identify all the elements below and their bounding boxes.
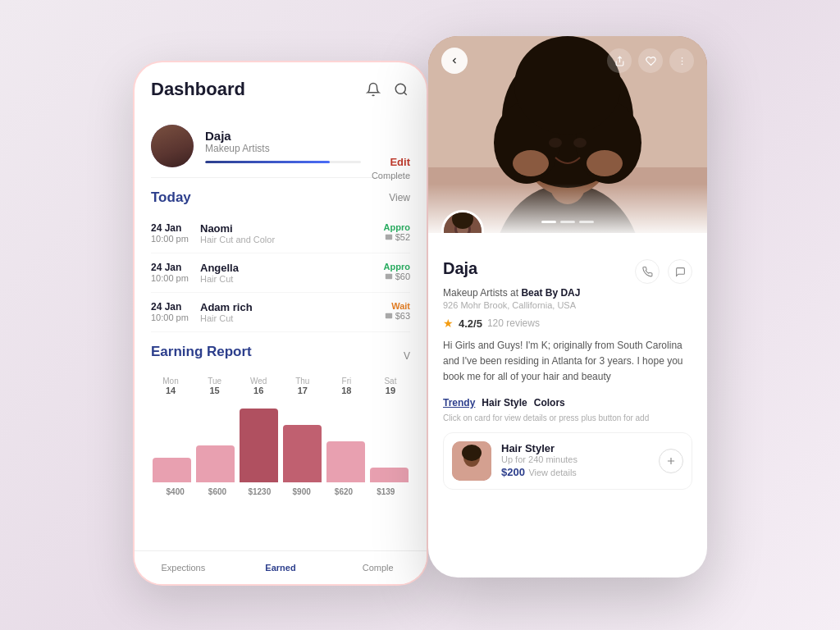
bar-thu <box>283 425 322 482</box>
chat-button[interactable] <box>668 259 692 284</box>
svg-point-17 <box>587 150 623 176</box>
detail-role: Makeup Artists at Beat By DAJ <box>443 287 692 299</box>
profile-role: Makeup Artists <box>205 143 361 154</box>
appointments-list: 24 Jan 10:00 pm Naomi Hair Cut and Color… <box>151 214 410 332</box>
today-title: Today <box>151 189 191 206</box>
svg-rect-4 <box>385 313 391 319</box>
service-add-button[interactable] <box>659 449 683 473</box>
service-info: Hair Styler Up for 240 minutes $200 View… <box>501 442 649 479</box>
phone-profile-detail: Daja Makeup Artists at Beat By DA <box>428 36 707 578</box>
svg-point-29 <box>462 445 482 461</box>
bar-mon <box>153 458 191 482</box>
contact-icons <box>635 259 692 284</box>
bar-fri <box>326 441 365 482</box>
back-button[interactable] <box>441 48 468 74</box>
bar-sat <box>370 468 409 482</box>
svg-rect-2 <box>385 235 391 240</box>
review-count: 120 reviews <box>487 317 540 329</box>
chart-bars <box>151 400 410 482</box>
svg-point-15 <box>573 138 587 148</box>
star-icon: ★ <box>443 317 454 330</box>
profile-info: Daja Makeup Artists <box>205 129 361 163</box>
svg-rect-3 <box>385 274 391 280</box>
rating-score: 4.2/5 <box>459 317 482 330</box>
tab-earned[interactable]: Earned <box>232 559 330 576</box>
search-icon[interactable] <box>392 80 410 98</box>
tag-colors[interactable]: Colors <box>534 397 565 409</box>
profile-hero <box>428 36 707 233</box>
tab-complete[interactable]: Comple <box>329 559 427 576</box>
more-button[interactable] <box>669 48 694 73</box>
today-section-header: Today View <box>151 189 410 206</box>
earning-report: Earning Report V Mon 14 Tue 15 Wed <box>151 344 410 496</box>
service-duration: Up for 240 minutes <box>501 454 649 464</box>
hero-nav <box>428 48 707 74</box>
profile-card: Daja Makeup Artists Edit Complete <box>151 115 410 178</box>
svg-point-16 <box>513 150 549 176</box>
hero-background <box>428 36 707 233</box>
bar-tue <box>196 445 235 482</box>
svg-point-0 <box>395 84 405 94</box>
appt-info: Naomi Hair Cut and Color <box>200 222 384 244</box>
tag-hair-style[interactable]: Hair Style <box>482 397 527 409</box>
detail-name: Daja <box>443 259 477 278</box>
appt-right: Appro $52 <box>384 222 410 242</box>
chart-price-labels: $400 $600 $1230 $900 $620 $139 <box>151 482 410 496</box>
appointment-row[interactable]: 24 Jan 10:00 pm Angella Hair Cut Appro $… <box>151 253 410 293</box>
service-name: Hair Styler <box>501 442 649 454</box>
view-link[interactable]: View <box>389 192 410 203</box>
appt-date: 24 Jan 10:00 pm <box>151 222 200 244</box>
appointment-row[interactable]: 24 Jan 10:00 pm Naomi Hair Cut and Color… <box>151 214 410 253</box>
hero-action-buttons <box>607 48 694 73</box>
svg-point-21 <box>681 60 682 62</box>
svg-line-1 <box>404 92 406 94</box>
chart-days: Mon 14 Tue 15 Wed 16 Thu 17 <box>151 377 410 395</box>
service-price: $200 <box>501 466 525 478</box>
bell-icon[interactable] <box>364 80 382 98</box>
profile-complete: Complete <box>372 171 410 180</box>
profile-detail-content: Daja Makeup Artists at Beat By DA <box>428 233 707 578</box>
earning-section-header: Earning Report V <box>151 344 410 368</box>
dashboard-title: Dashboard <box>151 79 245 100</box>
progress-bar-track <box>205 161 361 163</box>
service-card[interactable]: Hair Styler Up for 240 minutes $200 View… <box>443 432 692 490</box>
earning-title: Earning Report <box>151 344 252 360</box>
svg-point-14 <box>549 138 562 148</box>
svg-point-22 <box>681 63 682 65</box>
tab-expections[interactable]: Expections <box>135 559 232 576</box>
service-tags: Trendy Hair Style Colors <box>443 397 692 409</box>
phones-container: Dashboard <box>133 36 707 594</box>
earning-view[interactable]: V <box>404 350 410 362</box>
svg-point-20 <box>681 57 682 58</box>
service-view-link[interactable]: View details <box>528 468 577 477</box>
edit-button[interactable]: Edit <box>390 156 410 168</box>
detail-rating: ★ 4.2/5 120 reviews <box>443 317 692 330</box>
progress-bar-fill <box>205 161 330 163</box>
call-button[interactable] <box>635 259 660 284</box>
detail-name-row: Daja <box>443 259 692 284</box>
favorite-button[interactable] <box>638 48 663 73</box>
appointment-row[interactable]: 24 Jan 10:00 pm Adam rich Hair Cut Wait … <box>151 293 410 332</box>
profile-name: Daja <box>205 129 361 143</box>
bar-wed <box>240 409 278 482</box>
share-button[interactable] <box>607 48 632 73</box>
bottom-tabs: Expections Earned Comple <box>135 550 427 584</box>
avatar <box>151 125 194 167</box>
tag-trendy[interactable]: Trendy <box>443 397 475 409</box>
phone-dashboard: Dashboard <box>133 61 428 586</box>
profile-bio: Hi Girls and Guys! I'm K; originally fro… <box>443 338 692 386</box>
hero-dots <box>541 221 594 223</box>
header-icons <box>364 80 410 98</box>
service-thumbnail <box>452 441 491 481</box>
detail-location: 926 Mohr Brook, Callifornia, USA <box>443 300 692 310</box>
tag-hint: Click on card for view details or press … <box>443 413 692 422</box>
dashboard-header: Dashboard <box>151 79 410 100</box>
